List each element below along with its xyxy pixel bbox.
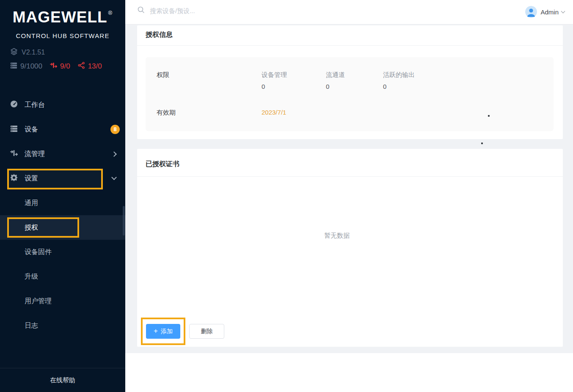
devices-count-icon [10, 62, 20, 71]
sidebar-scrollbar-thumb[interactable] [123, 206, 125, 236]
sidebar-subitem-label: 通用 [25, 199, 38, 208]
sidebar-subitem-general[interactable]: 通用 [0, 191, 125, 215]
sidebar-subitem-logs[interactable]: 日志 [0, 313, 125, 338]
online-help-link[interactable]: 在线帮助 [0, 368, 125, 392]
delete-button-label: 删除 [201, 328, 213, 335]
devices-badge: 8 [110, 125, 120, 134]
validity-date: 2023/7/1 [262, 109, 286, 116]
stats-row: 9/1000 9/0 13/0 [10, 62, 102, 71]
gear-icon [10, 174, 25, 183]
devices-count: 9/1000 [20, 62, 42, 71]
column-label: 流通道 [326, 71, 345, 79]
delete-button[interactable]: 删除 [189, 324, 224, 339]
layers-icon [10, 48, 22, 57]
stream-icon [10, 149, 25, 159]
stream-count: 9/0 [60, 62, 70, 71]
sidebar-item-stream-management[interactable]: 流管理 [0, 142, 125, 166]
sidebar-nav: 工作台 设备 8 流管理 设置 通用 授权 设备固件 升级 用 [0, 93, 125, 338]
screen-artifact-dot [488, 115, 490, 117]
user-name: Admin [540, 8, 559, 16]
gauge-icon [10, 100, 25, 110]
chevron-right-icon [111, 151, 117, 157]
license-info-card: 授权信息 权限 设备管理 流通道 活跃的输出 0 0 0 有效期 2023/7/… [137, 25, 563, 139]
sidebar-item-label: 工作台 [25, 101, 45, 110]
search-input[interactable] [150, 7, 311, 14]
brand-subtitle: CONTROL HUB SOFTWARE [0, 32, 125, 39]
sidebar: MAGEWELL® CONTROL HUB SOFTWARE V2.1.51 9… [0, 0, 125, 392]
column-value: 0 [262, 83, 265, 90]
column-value: 0 [383, 83, 386, 90]
share-count-icon [78, 62, 88, 71]
sidebar-subitem-label: 日志 [25, 321, 38, 330]
column-label: 活跃的输出 [383, 71, 415, 79]
card-title: 授权信息 [146, 30, 173, 39]
permission-label: 权限 [157, 71, 169, 79]
sidebar-subitem-label: 授权 [25, 223, 38, 232]
search-bar [137, 6, 311, 15]
sidebar-subitem-label: 用户管理 [25, 297, 52, 306]
card-title: 已授权证书 [146, 160, 179, 169]
sidebar-item-label: 流管理 [25, 150, 45, 159]
add-button-label: 添加 [161, 328, 173, 335]
devices-icon [10, 125, 25, 134]
plus-icon: + [154, 327, 158, 335]
registered-mark: ® [108, 10, 113, 16]
topbar: Admin [125, 0, 573, 25]
version-label: V2.1.51 [22, 49, 45, 56]
brand-text: MAGEWELL [13, 8, 107, 26]
stream-count-icon [50, 62, 60, 71]
sidebar-item-settings[interactable]: 设置 [0, 166, 125, 191]
sidebar-subitem-upgrade[interactable]: 升级 [0, 264, 125, 289]
card-header-divider [137, 176, 563, 177]
sidebar-subitem-license[interactable]: 授权 [0, 215, 125, 240]
validity-label: 有效期 [157, 109, 176, 117]
chevron-down-icon [561, 9, 565, 14]
sidebar-subitem-label: 设备固件 [25, 248, 52, 257]
sidebar-subitem-firmware[interactable]: 设备固件 [0, 240, 125, 264]
column-label: 设备管理 [262, 71, 287, 79]
sidebar-item-workbench[interactable]: 工作台 [0, 93, 125, 117]
outputs-count: 13/0 [88, 62, 102, 71]
license-summary-panel: 权限 设备管理 流通道 活跃的输出 0 0 0 有效期 2023/7/1 [146, 57, 554, 131]
sidebar-item-devices[interactable]: 设备 8 [0, 117, 125, 142]
search-icon [137, 6, 150, 15]
sidebar-subitem-label: 升级 [25, 272, 38, 281]
main-content: 授权信息 权限 设备管理 流通道 活跃的输出 0 0 0 有效期 2023/7/… [125, 25, 573, 353]
user-menu[interactable]: Admin [525, 6, 565, 18]
sidebar-item-label: 设备 [25, 125, 38, 134]
empty-data-text: 暂无数据 [324, 232, 350, 240]
avatar [525, 6, 537, 18]
screen-artifact-dot [481, 143, 483, 144]
add-button[interactable]: + 添加 [146, 324, 180, 339]
brand-logo: MAGEWELL® [0, 8, 125, 26]
sidebar-item-label: 设置 [25, 174, 38, 183]
certificates-card: 已授权证书 暂无数据 + 添加 删除 [137, 149, 563, 347]
sidebar-subitem-user-management[interactable]: 用户管理 [0, 289, 125, 313]
card-header-divider [137, 45, 563, 46]
chevron-down-icon [111, 175, 117, 180]
version-row: V2.1.51 [10, 48, 45, 57]
column-value: 0 [326, 83, 329, 90]
